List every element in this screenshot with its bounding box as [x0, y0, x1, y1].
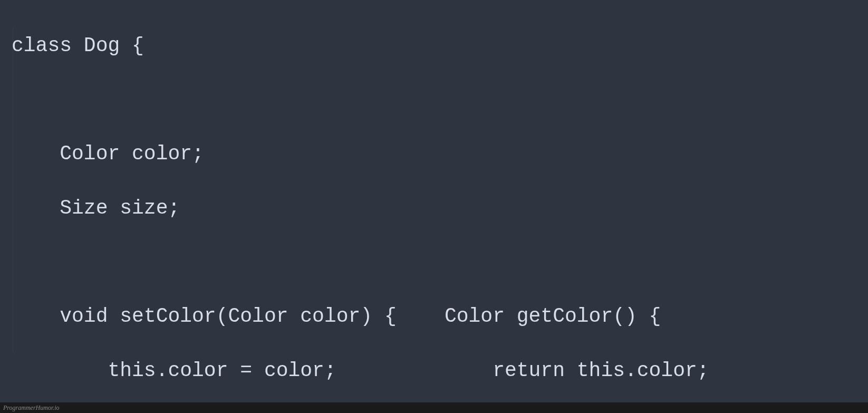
code-line: } }	[12, 411, 856, 413]
code-block: class Dog { Color color; Size size; void…	[12, 5, 856, 413]
code-line: Color color;	[12, 140, 856, 167]
code-line	[12, 87, 856, 113]
code-line: class Dog {	[12, 32, 856, 59]
code-line	[12, 249, 856, 276]
code-line: void setColor(Color color) { Color getCo…	[12, 303, 856, 330]
code-line: Size size;	[12, 195, 856, 222]
code-line: this.color = color; return this.color;	[12, 357, 856, 384]
watermark-text: ProgrammerHumor.io	[3, 404, 60, 412]
